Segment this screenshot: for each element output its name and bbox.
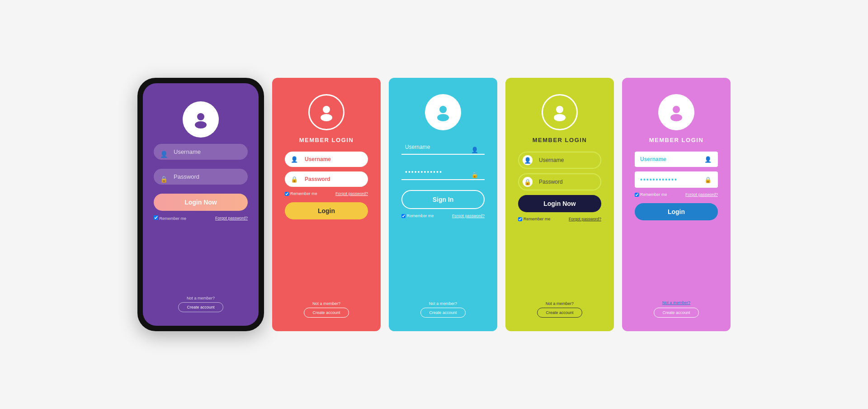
svg-point-5 — [437, 114, 449, 121]
card-cyan: 👤 🔒 Sign In Remember me Forgot password?… — [389, 78, 497, 331]
card-pink: MEMBER LOGIN 👤 🔒 Remember me Forgot pass… — [622, 78, 731, 331]
red-remember-label[interactable]: Remember me — [285, 191, 317, 196]
pink-avatar — [658, 94, 694, 130]
lime-lock-icon: 🔒 — [523, 177, 533, 187]
lime-remember-label[interactable]: Remember me — [518, 217, 551, 221]
pink-forgot-link[interactable]: Forgot password? — [685, 192, 718, 197]
red-card-title: MEMBER LOGIN — [299, 137, 354, 143]
cyan-login-button[interactable]: Sign In — [401, 190, 485, 209]
phone-mockup: 👤 🔒 Login Now Remember me Forgot passwor… — [137, 78, 264, 331]
svg-point-2 — [323, 106, 330, 113]
phone-lock-icon: 🔒 — [160, 176, 168, 183]
lime-password-group: 🔒 — [518, 173, 601, 190]
red-lock-icon: 🔒 — [289, 174, 299, 184]
red-user-icon: 👤 — [289, 154, 299, 164]
red-username-group: 👤 — [285, 152, 368, 167]
lime-user-icon: 👤 — [523, 155, 533, 165]
pink-login-button[interactable]: Login — [635, 203, 718, 220]
pink-card-title: MEMBER LOGIN — [649, 137, 704, 143]
lime-not-member-text: Not a member? — [546, 301, 574, 306]
svg-point-9 — [670, 114, 682, 121]
svg-point-3 — [321, 114, 332, 121]
red-remember-checkbox[interactable] — [285, 192, 289, 196]
pink-not-member-area: Not a member? — [662, 298, 690, 306]
red-login-button[interactable]: Login — [285, 202, 368, 219]
lime-remember-checkbox[interactable] — [518, 217, 522, 221]
cyan-lock-icon-right: 🔒 — [471, 171, 478, 178]
red-avatar — [308, 94, 344, 130]
pink-remember-row: Remember me Forgot password? — [635, 192, 718, 197]
cyan-username-group: 👤 — [401, 140, 485, 159]
lime-login-button[interactable]: Login Now — [518, 195, 601, 212]
lime-avatar — [542, 94, 578, 130]
pink-create-account-button[interactable]: Create account — [654, 308, 698, 318]
phone-user-icon: 👤 — [160, 151, 168, 158]
lime-remember-row: Remember me Forgot password? — [518, 217, 601, 221]
lime-create-account-button[interactable]: Create account — [537, 308, 582, 318]
phone-remember-row: Remember me Forgot password? — [154, 215, 248, 221]
phone-remember-label[interactable]: Remember me — [154, 215, 186, 221]
cyan-forgot-link[interactable]: Forgot password? — [452, 214, 485, 218]
cyan-remember-checkbox[interactable] — [401, 214, 406, 218]
phone-username-input[interactable] — [154, 144, 248, 160]
cyan-remember-row: Remember me Forgot password? — [401, 214, 485, 218]
red-create-account-button[interactable]: Create account — [304, 308, 349, 318]
lime-forgot-link[interactable]: Forgot password? — [569, 217, 601, 221]
svg-point-6 — [556, 106, 563, 113]
phone-username-group: 👤 — [154, 144, 248, 164]
svg-point-0 — [197, 113, 204, 120]
pink-lock-icon: 🔒 — [704, 176, 712, 183]
pink-username-group: 👤 — [635, 152, 718, 167]
cyan-user-icon-right: 👤 — [471, 147, 478, 153]
svg-point-1 — [195, 121, 207, 128]
svg-point-4 — [439, 106, 447, 113]
phone-not-member-text: Not a member? — [187, 296, 215, 300]
lime-username-group: 👤 — [518, 152, 601, 169]
card-lime: MEMBER LOGIN 👤 🔒 Login Now Remember me F… — [505, 78, 614, 331]
cyan-password-group: 🔒 — [401, 165, 485, 185]
phone-avatar — [183, 101, 219, 138]
red-forgot-link[interactable]: Forgot password? — [335, 191, 368, 196]
cyan-not-member-text: Not a member? — [429, 301, 457, 306]
main-container: 👤 🔒 Login Now Remember me Forgot passwor… — [137, 78, 731, 331]
phone-screen: 👤 🔒 Login Now Remember me Forgot passwor… — [143, 83, 259, 326]
cyan-create-account-button[interactable]: Create account — [420, 308, 465, 318]
pink-password-group: 🔒 — [635, 171, 718, 188]
pink-not-member-text[interactable]: Not a member? — [662, 300, 690, 305]
cyan-avatar — [425, 94, 461, 130]
phone-forgot-link[interactable]: Forgot password? — [215, 216, 248, 220]
red-not-member-text: Not a member? — [312, 301, 340, 306]
phone-password-group: 🔒 — [154, 169, 248, 189]
phone-password-input[interactable] — [154, 169, 248, 185]
pink-remember-checkbox[interactable] — [635, 193, 639, 197]
pink-user-icon: 👤 — [704, 156, 712, 163]
red-password-group: 🔒 — [285, 171, 368, 187]
card-red: MEMBER LOGIN 👤 🔒 Remember me Forgot pass… — [272, 78, 381, 331]
phone-remember-checkbox[interactable] — [154, 215, 158, 220]
pink-remember-label[interactable]: Remember me — [635, 192, 667, 197]
svg-point-8 — [673, 106, 680, 113]
phone-login-button[interactable]: Login Now — [154, 194, 248, 211]
lime-card-title: MEMBER LOGIN — [533, 137, 587, 143]
phone-create-account-button[interactable]: Create account — [178, 302, 223, 312]
cyan-remember-label[interactable]: Remember me — [401, 214, 434, 218]
svg-point-7 — [554, 114, 566, 121]
red-remember-row: Remember me Forgot password? — [285, 191, 368, 196]
